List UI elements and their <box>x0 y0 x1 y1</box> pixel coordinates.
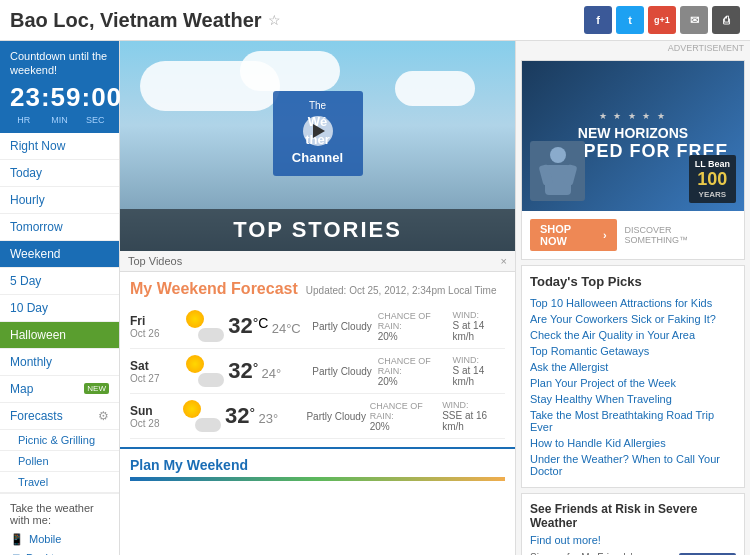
cloud-shape-sun <box>195 418 221 432</box>
map-new-badge: NEW <box>84 383 109 394</box>
video-play-button[interactable] <box>303 116 333 146</box>
ad-shop-now-button[interactable]: SHOP NOW › <box>530 219 617 251</box>
pick-item-4[interactable]: Ask the Allergist <box>530 359 736 375</box>
friends-weather-section: See Friends at Risk in Severe Weather Fi… <box>521 493 745 555</box>
advertisement-label: ADVERTISEMENT <box>516 41 750 55</box>
plan-weekend-bar <box>130 477 505 481</box>
ad-image[interactable]: ★ ★ ★ ★ ★ NEW HORIZONS SHIPPED FOR FREE … <box>522 61 744 211</box>
day-fri-temp: 32°C 24°C <box>228 313 312 339</box>
page-title: Bao Loc, Vietnam Weather <box>10 9 262 32</box>
countdown-sec-label: SEC <box>81 115 109 125</box>
day-fri-temp-unit: °C <box>253 315 269 331</box>
twc-the: The <box>285 99 351 113</box>
plan-weekend-section[interactable]: Plan My Weekend <box>120 447 515 489</box>
sidebar-item-forecasts[interactable]: Forecasts ⚙ <box>0 403 119 430</box>
ad-discover: DISCOVER SOMETHING™ <box>625 225 744 245</box>
wind-label-sat: WIND: <box>453 355 505 365</box>
pick-item-1[interactable]: Are Your Coworkers Sick or Faking It? <box>530 311 736 327</box>
llbean-suffix: YEARS <box>695 190 730 199</box>
desktop-label: Desktop <box>26 552 66 555</box>
day-sat-date: Oct 27 <box>130 373 181 384</box>
sun-shape-sun <box>183 400 201 418</box>
day-fri-rain: CHANCE OF RAIN: 20% <box>378 311 453 342</box>
ad-llbean-logo: LL Bean 100 YEARS <box>689 155 736 203</box>
day-sun-temp-unit: ° <box>249 405 255 421</box>
day-sat-icon <box>181 355 228 387</box>
day-fri-wind-val: S at 14 km/h <box>453 320 485 342</box>
day-sun-date: Oct 28 <box>130 418 180 429</box>
forecast-title: My Weekend Forecast <box>130 280 298 298</box>
partly-cloudy-icon-sat <box>186 355 224 387</box>
day-sun-icon <box>180 400 225 432</box>
pick-item-7[interactable]: Take the Most Breathtaking Road Trip Eve… <box>530 407 736 435</box>
twitter-share-button[interactable]: t <box>616 6 644 34</box>
pick-item-6[interactable]: Stay Healthy When Traveling <box>530 391 736 407</box>
rain-label: CHANCE OF RAIN: <box>378 311 453 331</box>
plan-weekend-label: Plan My Weekend <box>130 457 248 473</box>
forecast-updated: Updated: Oct 25, 2012, 2:34pm Local Time <box>306 285 497 296</box>
day-sat-temp-low: 24° <box>262 366 282 381</box>
sidebar-item-map[interactable]: Map NEW <box>0 376 119 403</box>
friends-find-link[interactable]: Find out more! <box>530 534 736 546</box>
day-sat-name: Sat <box>130 359 181 373</box>
pick-item-3[interactable]: Top Romantic Getaways <box>530 343 736 359</box>
sidebar-item-today[interactable]: Today <box>0 160 119 187</box>
desktop-link[interactable]: 🖥 Desktop <box>10 549 109 555</box>
cloud-decoration-3 <box>395 71 475 106</box>
forecasts-gear-icon[interactable]: ⚙ <box>98 409 109 423</box>
countdown-widget: Countdown until the weekend! 23:59:00 HR… <box>0 41 119 133</box>
sidebar-item-hourly[interactable]: Hourly <box>0 187 119 214</box>
forecast-day-sat: Sat Oct 27 32° 24° Partly Cloudy CHANCE … <box>130 349 505 394</box>
day-fri-condition: Partly Cloudy <box>312 321 377 332</box>
pick-item-2[interactable]: Check the Air Quality in Your Area <box>530 327 736 343</box>
gplus-share-button[interactable]: g+1 <box>648 6 676 34</box>
forecast-day-sun: Sun Oct 28 32° 23° Partly Cloudy CHANCE … <box>130 394 505 439</box>
sidebar-item-picnic[interactable]: Picnic & Grilling <box>0 430 119 451</box>
sidebar-item-halloween[interactable]: Halloween <box>0 322 119 349</box>
day-sat-temp: 32° 24° <box>228 358 312 384</box>
sidebar-item-monthly[interactable]: Monthly <box>0 349 119 376</box>
sidebar-item-pollen[interactable]: Pollen <box>0 451 119 472</box>
picks-title: Today's Top Picks <box>530 274 736 289</box>
sidebar-item-5day[interactable]: 5 Day <box>0 268 119 295</box>
shop-arrow-icon: › <box>603 229 607 241</box>
svg-point-0 <box>550 147 566 163</box>
day-sat-temp-high: 32 <box>228 358 252 383</box>
day-fri-label: Fri Oct 26 <box>130 314 181 339</box>
sidebar-item-10day[interactable]: 10 Day <box>0 295 119 322</box>
social-icons-group: f t g+1 ✉ ⎙ <box>584 6 740 34</box>
todays-top-picks-section: Today's Top Picks Top 10 Halloween Attra… <box>521 265 745 488</box>
pick-item-8[interactable]: How to Handle Kid Allergies <box>530 435 736 451</box>
day-fri-name: Fri <box>130 314 181 328</box>
page-header: Bao Loc, Vietnam Weather ☆ f t g+1 ✉ ⎙ <box>0 0 750 41</box>
day-sat-wind-val: S at 14 km/h <box>453 365 485 387</box>
day-sun-temp: 32° 23° <box>225 403 306 429</box>
print-button[interactable]: ⎙ <box>712 6 740 34</box>
pick-item-5[interactable]: Plan Your Project of the Week <box>530 375 736 391</box>
favorite-star-icon[interactable]: ☆ <box>268 12 281 28</box>
sidebar-item-travel[interactable]: Travel <box>0 472 119 493</box>
mobile-link[interactable]: 📱 Mobile <box>10 530 109 549</box>
right-sidebar: ADVERTISEMENT ★ ★ ★ ★ ★ NEW HORIZONS SHI… <box>515 41 750 555</box>
pick-item-0[interactable]: Top 10 Halloween Attractions for Kids <box>530 295 736 311</box>
cloud-decoration-2 <box>240 51 340 91</box>
day-sat-wind: WIND: S at 14 km/h <box>453 355 505 387</box>
day-sun-condition: Partly Cloudy <box>306 411 369 422</box>
video-player-area[interactable]: The Wéther Channel TOP STORIES <box>120 41 515 251</box>
pick-item-9[interactable]: Under the Weather? When to Call Your Doc… <box>530 451 736 479</box>
weekend-forecast-section: My Weekend Forecast Updated: Oct 25, 201… <box>120 272 515 447</box>
ad-headline1: NEW HORIZONS <box>578 125 688 141</box>
day-sun-rain: CHANCE OF RAIN: 20% <box>370 401 442 432</box>
mobile-label: Mobile <box>29 533 61 545</box>
day-fri-icon <box>181 310 228 342</box>
facebook-share-button[interactable]: f <box>584 6 612 34</box>
sidebar-item-right-now[interactable]: Right Now <box>0 133 119 160</box>
day-sun-wind: WIND: SSE at 16 km/h <box>442 400 505 432</box>
day-fri-date: Oct 26 <box>130 328 181 339</box>
sidebar-item-weekend[interactable]: Weekend <box>0 241 119 268</box>
partly-cloudy-icon-sun <box>183 400 221 432</box>
shop-label: SHOP NOW <box>540 223 600 247</box>
email-share-button[interactable]: ✉ <box>680 6 708 34</box>
top-videos-close-icon[interactable]: × <box>501 255 507 267</box>
sidebar-item-tomorrow[interactable]: Tomorrow <box>0 214 119 241</box>
